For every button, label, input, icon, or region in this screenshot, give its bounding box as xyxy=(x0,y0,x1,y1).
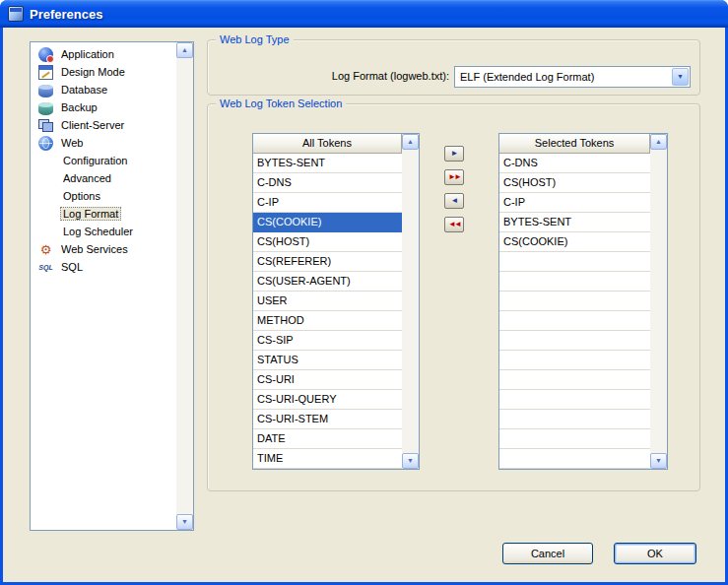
scroll-up-icon[interactable]: ▲ xyxy=(402,134,419,150)
tree-scrollbar[interactable]: ▲ ▼ xyxy=(176,42,193,530)
list-item[interactable]: CS(HOST) xyxy=(499,173,650,193)
list-item[interactable]: USER xyxy=(253,292,402,311)
scroll-down-icon[interactable]: ▼ xyxy=(176,514,193,530)
list-item-empty[interactable] xyxy=(499,410,650,429)
list-item[interactable]: CS-URI-STEM xyxy=(253,410,402,429)
web-log-type-group: Web Log Type Log Format (logweb.txt): EL… xyxy=(207,39,700,96)
tree-item-options[interactable]: Options xyxy=(32,187,175,205)
tree-item-database[interactable]: Database xyxy=(32,81,175,98)
database-icon xyxy=(38,85,53,98)
scroll-up-icon[interactable]: ▲ xyxy=(650,134,667,150)
tree-item-configuration[interactable]: Configuration xyxy=(32,152,175,169)
list-item-empty[interactable] xyxy=(499,449,650,469)
backup-icon xyxy=(38,102,53,115)
scroll-down-icon[interactable]: ▼ xyxy=(650,453,667,469)
tree-item-label: Options xyxy=(60,189,103,203)
list-item[interactable]: CS(REFERER) xyxy=(253,252,402,272)
scrollbar-track[interactable] xyxy=(176,58,193,514)
token-selection-group: Web Log Token Selection All Tokens BYTES… xyxy=(207,103,700,491)
left-arrow-icon: ◄ xyxy=(451,197,458,205)
list-item-empty[interactable] xyxy=(499,351,650,370)
tree-item-label: Client-Server xyxy=(58,118,127,132)
titlebar[interactable]: Preferences xyxy=(0,0,728,28)
add-all-tokens-button[interactable]: ►► xyxy=(444,169,464,185)
sql-icon xyxy=(38,260,53,275)
list-item[interactable]: BYTES-SENT xyxy=(499,213,650,232)
list-header: Selected Tokens xyxy=(499,134,650,154)
add-token-button[interactable]: ► xyxy=(444,146,464,162)
tree-item-label: SQL xyxy=(58,260,86,274)
tree-item-web-services[interactable]: Web Services xyxy=(32,240,175,258)
selected-tokens-list: Selected Tokens C-DNS CS(HOST) C-IP BYTE… xyxy=(498,133,668,470)
preferences-window: Preferences Application Design Mode Data… xyxy=(0,0,728,585)
chevron-down-icon[interactable]: ▼ xyxy=(672,68,689,86)
list-item[interactable]: BYTES-SENT xyxy=(253,154,402,173)
list-item-empty[interactable] xyxy=(499,292,650,311)
tree-item-label: Application xyxy=(58,47,117,61)
list-item-empty[interactable] xyxy=(499,390,650,410)
selected-tokens-scrollbar[interactable]: ▲ ▼ xyxy=(650,134,667,469)
group-title: Web Log Type xyxy=(216,32,294,46)
category-tree: Application Design Mode Database Backup … xyxy=(30,41,194,531)
log-format-value: ELF (Extended Log Format) xyxy=(455,71,671,83)
design-mode-icon xyxy=(38,65,53,80)
ok-button[interactable]: OK xyxy=(614,543,696,564)
list-item[interactable]: TIME xyxy=(253,449,402,469)
list-item[interactable]: CS(COOKIE) xyxy=(499,232,650,252)
tree-item-label: Log Scheduler xyxy=(60,225,136,238)
list-item[interactable]: METHOD xyxy=(253,311,402,331)
list-item-empty[interactable] xyxy=(499,370,650,390)
window-title: Preferences xyxy=(30,7,102,22)
tree-item-web[interactable]: Web xyxy=(32,134,175,152)
client-server-icon xyxy=(38,118,53,133)
list-item-empty[interactable] xyxy=(499,331,650,351)
double-right-arrow-icon: ►► xyxy=(448,173,460,181)
scroll-up-icon[interactable]: ▲ xyxy=(176,42,193,58)
list-header: All Tokens xyxy=(253,134,402,154)
tree-item-backup[interactable]: Backup xyxy=(32,98,175,116)
tree-item-log-format[interactable]: Log Format xyxy=(32,205,175,223)
group-title: Web Log Token Selection xyxy=(216,97,346,110)
list-item[interactable]: CS(HOST) xyxy=(253,232,402,252)
cancel-button[interactable]: Cancel xyxy=(502,543,593,564)
list-item-empty[interactable] xyxy=(499,429,650,449)
all-tokens-scrollbar[interactable]: ▲ ▼ xyxy=(402,134,419,469)
tree-item-label: Web xyxy=(58,136,86,150)
tree-item-label: Web Services xyxy=(58,242,131,256)
list-item-empty[interactable] xyxy=(499,252,650,272)
remove-token-button[interactable]: ◄ xyxy=(444,193,464,209)
list-item[interactable]: CS-SIP xyxy=(253,331,402,351)
tree-item-design-mode[interactable]: Design Mode xyxy=(32,63,175,81)
remove-all-tokens-button[interactable]: ◄◄ xyxy=(444,217,464,232)
web-services-icon xyxy=(38,242,53,257)
tree-item-label: Log Format xyxy=(60,207,121,221)
tree-item-application[interactable]: Application xyxy=(32,45,175,63)
web-globe-icon xyxy=(38,136,53,151)
list-item[interactable]: C-IP xyxy=(253,193,402,213)
tree-item-label: Configuration xyxy=(60,154,130,167)
list-item[interactable]: CS(USER-AGENT) xyxy=(253,272,402,292)
list-item[interactable]: CS-URI xyxy=(253,370,402,390)
list-item[interactable]: DATE xyxy=(253,429,402,449)
log-format-label: Log Format (logweb.txt): xyxy=(208,70,449,82)
scrollbar-track[interactable] xyxy=(402,150,419,453)
list-item-empty[interactable] xyxy=(499,272,650,292)
list-item-empty[interactable] xyxy=(499,311,650,331)
tree-item-label: Advanced xyxy=(60,171,114,185)
tree-item-client-server[interactable]: Client-Server xyxy=(32,116,175,134)
double-left-arrow-icon: ◄◄ xyxy=(448,221,460,228)
tree-item-advanced[interactable]: Advanced xyxy=(32,169,175,187)
log-format-select[interactable]: ELF (Extended Log Format) ▼ xyxy=(454,66,691,88)
list-item[interactable]: C-IP xyxy=(499,193,650,213)
list-item[interactable]: STATUS xyxy=(253,351,402,370)
scroll-down-icon[interactable]: ▼ xyxy=(402,453,419,469)
list-item[interactable]: C-DNS xyxy=(499,154,650,173)
application-icon xyxy=(38,47,53,62)
tree-item-log-scheduler[interactable]: Log Scheduler xyxy=(32,223,175,240)
scrollbar-track[interactable] xyxy=(650,150,667,453)
tree-item-label: Database xyxy=(58,83,110,97)
list-item[interactable]: CS-URI-QUERY xyxy=(253,390,402,410)
list-item-selected[interactable]: CS(COOKIE) xyxy=(253,213,402,232)
list-item[interactable]: C-DNS xyxy=(253,173,402,193)
tree-item-sql[interactable]: SQL xyxy=(32,258,175,276)
